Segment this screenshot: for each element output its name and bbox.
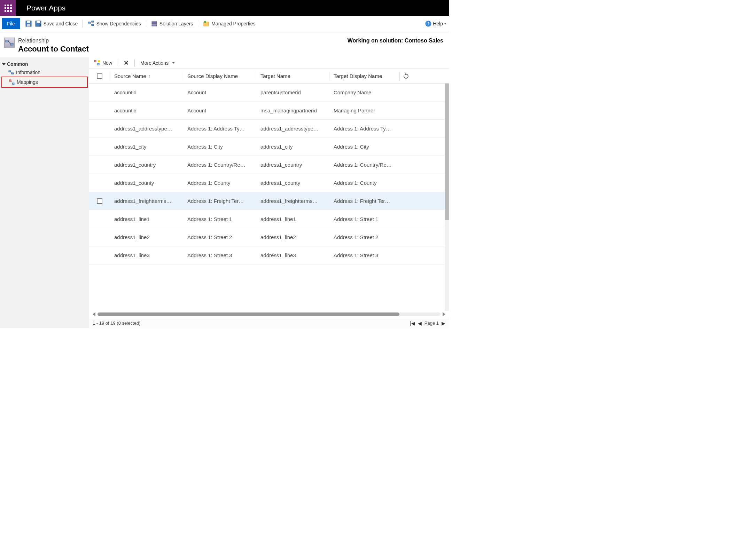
save-close-label: Save and Close bbox=[44, 21, 78, 26]
cell-source-display: Account bbox=[183, 89, 256, 95]
cell-source-name: address1_county bbox=[110, 180, 183, 186]
save-icon[interactable] bbox=[25, 21, 32, 27]
row-checkbox[interactable] bbox=[89, 180, 110, 186]
right-pane: New ✕ More Actions Source Name ↑ Sourc bbox=[89, 57, 449, 328]
scroll-right-icon[interactable] bbox=[443, 312, 445, 316]
svg-rect-8 bbox=[92, 24, 94, 26]
column-target-name[interactable]: Target Name bbox=[256, 72, 329, 80]
scroll-track[interactable] bbox=[98, 312, 441, 316]
refresh-button[interactable] bbox=[400, 73, 412, 79]
cell-target-display: Address 1: Address Ty… bbox=[329, 126, 400, 132]
file-button[interactable]: File bbox=[2, 18, 20, 29]
cell-source-name: address1_addresstype… bbox=[110, 126, 183, 132]
more-actions-button[interactable]: More Actions bbox=[138, 58, 178, 68]
status-bar: 1 - 19 of 19 (0 selected) |◀ ◀ Page 1 ▶ bbox=[89, 318, 449, 328]
row-checkbox[interactable] bbox=[89, 198, 110, 204]
cell-target-display: Address 1: Country/Re… bbox=[329, 162, 400, 168]
command-bar: File x Save and Close Show Dependencies … bbox=[0, 16, 449, 31]
divider bbox=[118, 60, 118, 66]
table-row[interactable]: address1_cityAddress 1: Cityaddress1_cit… bbox=[89, 138, 449, 156]
cell-source-display: Address 1: Street 3 bbox=[183, 252, 256, 258]
select-all-checkbox[interactable] bbox=[89, 72, 110, 80]
content: Common Information Mappings N bbox=[0, 57, 449, 328]
page-label: Page 1 bbox=[424, 320, 439, 326]
prev-page-button[interactable]: ◀ bbox=[418, 320, 422, 326]
managed-properties-button[interactable]: Managed Properties bbox=[200, 17, 259, 30]
svg-rect-11 bbox=[152, 22, 157, 23]
row-checkbox[interactable] bbox=[89, 144, 110, 150]
row-checkbox[interactable] bbox=[89, 253, 110, 258]
cell-source-display: Address 1: Street 1 bbox=[183, 216, 256, 222]
new-button[interactable]: New bbox=[91, 58, 115, 68]
next-page-button[interactable]: ▶ bbox=[442, 320, 445, 326]
new-label: New bbox=[102, 60, 112, 66]
svg-line-9 bbox=[90, 22, 92, 23]
cell-source-name: address1_line1 bbox=[110, 216, 183, 222]
row-checkbox[interactable] bbox=[89, 108, 110, 113]
svg-rect-28 bbox=[98, 63, 99, 65]
row-checkbox[interactable] bbox=[89, 90, 110, 95]
scroll-left-icon[interactable] bbox=[93, 312, 95, 316]
vertical-scrollbar[interactable] bbox=[445, 84, 449, 311]
table-row[interactable]: address1_line1Address 1: Street 1address… bbox=[89, 210, 449, 228]
collapse-icon bbox=[2, 63, 6, 65]
row-checkbox[interactable] bbox=[89, 162, 110, 168]
row-checkbox[interactable] bbox=[89, 216, 110, 222]
nav-item-information[interactable]: Information bbox=[1, 68, 88, 77]
table-row[interactable]: address1_freightterms…Address 1: Freight… bbox=[89, 192, 449, 210]
table-row[interactable]: accountidAccountparentcustomeridCompany … bbox=[89, 84, 449, 102]
row-checkbox[interactable] bbox=[89, 126, 110, 132]
app-title: Power Apps bbox=[26, 4, 65, 12]
solution-layers-button[interactable]: Solution Layers bbox=[148, 17, 197, 30]
cell-source-display: Address 1: City bbox=[183, 144, 256, 150]
svg-rect-2 bbox=[27, 24, 30, 26]
save-close-icon: x bbox=[35, 21, 41, 27]
svg-rect-27 bbox=[94, 60, 96, 62]
table-row[interactable]: address1_countyAddress 1: Countyaddress1… bbox=[89, 174, 449, 192]
grid-body[interactable]: accountidAccountparentcustomeridCompany … bbox=[89, 84, 449, 311]
delete-button[interactable]: ✕ bbox=[121, 58, 132, 68]
more-actions-label: More Actions bbox=[140, 60, 169, 66]
column-target-display[interactable]: Target Display Name bbox=[329, 72, 400, 80]
table-row[interactable]: address1_line2Address 1: Street 2address… bbox=[89, 228, 449, 246]
managed-props-label: Managed Properties bbox=[211, 21, 255, 26]
svg-line-20 bbox=[8, 41, 10, 44]
chevron-down-icon bbox=[172, 62, 175, 64]
help-icon: ? bbox=[425, 21, 431, 27]
row-checkbox[interactable] bbox=[89, 235, 110, 240]
nav-item-mappings[interactable]: Mappings bbox=[2, 78, 87, 86]
horizontal-scrollbar[interactable] bbox=[89, 311, 449, 318]
column-source-display[interactable]: Source Display Name bbox=[183, 72, 256, 80]
record-count-label: 1 - 19 of 19 (0 selected) bbox=[93, 320, 140, 326]
cell-target-display: Address 1: County bbox=[329, 180, 400, 186]
layers-icon bbox=[151, 21, 157, 27]
col-label: Source Display Name bbox=[187, 73, 238, 79]
cell-target-name: address1_city bbox=[256, 144, 329, 150]
nav-group-common[interactable]: Common bbox=[1, 60, 88, 68]
svg-rect-13 bbox=[152, 25, 157, 26]
help-link[interactable]: ? Help ▾ bbox=[425, 21, 446, 27]
svg-rect-21 bbox=[9, 71, 11, 72]
table-row[interactable]: address1_countryAddress 1: Country/Re…ad… bbox=[89, 156, 449, 174]
common-label: Common bbox=[7, 61, 28, 67]
cell-target-name: address1_line2 bbox=[256, 234, 329, 240]
column-source-name[interactable]: Source Name ↑ bbox=[110, 72, 183, 80]
show-dependencies-button[interactable]: Show Dependencies bbox=[84, 17, 144, 30]
col-label: Target Display Name bbox=[334, 73, 382, 79]
table-row[interactable]: accountidAccountmsa_managingpartneridMan… bbox=[89, 102, 449, 120]
top-bar: Power Apps bbox=[0, 0, 449, 16]
table-row[interactable]: address1_line3Address 1: Street 3address… bbox=[89, 246, 449, 264]
app-launcher-button[interactable] bbox=[0, 0, 16, 16]
svg-point-29 bbox=[98, 60, 100, 62]
new-icon bbox=[94, 60, 100, 66]
cell-source-name: accountid bbox=[110, 89, 183, 95]
left-nav: Common Information Mappings bbox=[0, 57, 89, 328]
save-and-close-button[interactable]: x Save and Close bbox=[32, 17, 81, 30]
svg-rect-18 bbox=[6, 40, 8, 42]
cell-source-name: address1_line2 bbox=[110, 234, 183, 240]
table-row[interactable]: address1_addresstype…Address 1: Address … bbox=[89, 120, 449, 138]
help-label: Help bbox=[433, 21, 443, 26]
cell-source-name: address1_freightterms… bbox=[110, 198, 183, 204]
cell-source-name: address1_city bbox=[110, 144, 183, 150]
first-page-button[interactable]: |◀ bbox=[410, 320, 415, 326]
